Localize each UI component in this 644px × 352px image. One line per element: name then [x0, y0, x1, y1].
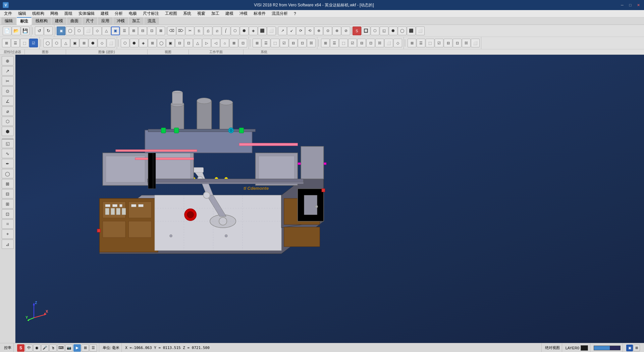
tb2-img-14[interactable]: ⊡	[238, 39, 247, 47]
tb1-btn-sys4[interactable]: ◱	[380, 27, 388, 35]
tb2-wp-1[interactable]: ⊞	[321, 39, 330, 47]
tb2-shape-8[interactable]: ⬜	[107, 39, 115, 47]
left-btn-oval[interactable]: ◯	[2, 169, 14, 178]
tb2-view-2[interactable]: ☰	[262, 39, 270, 47]
tb2-wp-5[interactable]: ⊟	[357, 39, 366, 47]
tb1-btn-23[interactable]: ⬛	[258, 27, 267, 35]
tb2-sys-4[interactable]: ☑	[435, 39, 443, 47]
tb2-img-1[interactable]: ⬡	[121, 39, 129, 47]
viewport-3d[interactable]: tI Cdemonte Z X Y	[15, 55, 644, 343]
tb2-shape-2[interactable]: ⬡	[52, 39, 61, 47]
tb2-shape-5[interactable]: ⊞	[79, 39, 88, 47]
tb1-btn-10[interactable]: ⊟	[138, 27, 147, 35]
tb1-btn-sys2[interactable]: 🔲	[362, 27, 370, 35]
tb1-btn-5[interactable]: ◇	[93, 27, 102, 35]
tab-wireframe[interactable]: 线框构	[32, 17, 51, 25]
left-btn-polygon[interactable]: ⬡	[2, 117, 14, 126]
menu-wireframe[interactable]: 线框构	[30, 10, 47, 17]
tb2-shape-4[interactable]: ▣	[70, 39, 79, 47]
tb1-btn-sys3[interactable]: ⬡	[371, 27, 379, 35]
tab-die[interactable]: 冲模	[113, 17, 128, 25]
status-icon-2[interactable]: 中	[25, 344, 33, 352]
tb1-btn-9[interactable]: ⊞	[129, 27, 138, 35]
tb2-wp-6[interactable]: ⊡	[366, 39, 375, 47]
tb2-view-7[interactable]: ☒	[307, 39, 316, 47]
tb1-btn-7[interactable]: ▣	[111, 27, 120, 35]
tb2-img-11[interactable]: ◁	[211, 39, 220, 47]
tb1-btn-24[interactable]: ⬜	[267, 27, 276, 35]
status-icon-s[interactable]: S	[17, 344, 24, 352]
tb2-view-6[interactable]: ⊡	[298, 39, 307, 47]
menu-surface[interactable]: 面组	[62, 10, 75, 17]
left-btn-angle[interactable]: ∠	[2, 96, 14, 106]
tb1-btn-21[interactable]: ⬢	[240, 27, 249, 35]
tab-flow[interactable]: 流流	[144, 17, 159, 25]
tb2-sys-8[interactable]: ⬜	[471, 39, 480, 47]
left-btn-measure[interactable]: ⌗	[2, 219, 14, 229]
menu-solid-edit[interactable]: 实体编辑	[76, 10, 97, 17]
tb1-btn-sys7[interactable]: ⬛	[407, 27, 416, 35]
tb1-btn-8[interactable]: ☰	[120, 27, 129, 35]
tb1-btn-4[interactable]: ⬜	[84, 27, 93, 35]
tb2-img-13[interactable]: ⊠	[229, 39, 238, 47]
left-btn-rect[interactable]: ◱	[2, 139, 14, 148]
tb2-img-3[interactable]: ◈	[139, 39, 148, 47]
left-btn-center[interactable]: ⌖	[2, 229, 14, 239]
status-icon-play[interactable]: ▶	[73, 344, 81, 352]
tb2-img-9[interactable]: △	[193, 39, 202, 47]
tb2-wp-9[interactable]: ◇	[393, 39, 402, 47]
tb2-view-5[interactable]: ⊟	[289, 39, 298, 47]
tb1-btn-1[interactable]: ▣	[57, 27, 65, 35]
tb1-btn-17[interactable]: ⎙	[204, 27, 212, 35]
tb2-layer-4[interactable]: ☑	[29, 39, 38, 47]
tab-annotation[interactable]: 标注	[17, 17, 32, 25]
btn-new[interactable]: 📄	[3, 27, 11, 35]
tb2-shape-6[interactable]: ⬢	[89, 39, 97, 47]
tb2-img-2[interactable]: ⬢	[130, 39, 139, 47]
left-btn-pen[interactable]: ✒	[2, 159, 14, 168]
btn-undo[interactable]: ↺	[35, 27, 44, 35]
tb2-view-1[interactable]: ⊞	[253, 39, 261, 47]
tb2-sys-1[interactable]: ⊞	[408, 39, 416, 47]
tb2-sys-6[interactable]: ⊡	[453, 39, 462, 47]
close-button[interactable]: ✕	[635, 2, 641, 8]
tb2-view-4[interactable]: ☑	[280, 39, 288, 47]
btn-open[interactable]: 📂	[12, 27, 20, 35]
tb1-btn-13[interactable]: ⌫	[167, 27, 176, 35]
left-btn-spline[interactable]: ∿	[2, 149, 14, 158]
menu-analysis[interactable]: 分析	[112, 10, 125, 17]
tb2-shape-1[interactable]: ◯	[43, 39, 52, 47]
tb2-wp-4[interactable]: ☑	[348, 39, 357, 47]
tb1-btn-28[interactable]: ⟲	[305, 27, 314, 35]
tab-surface[interactable]: 曲面	[67, 17, 82, 25]
tb1-btn-22[interactable]: ◈	[249, 27, 258, 35]
left-btn-cross[interactable]: ⊠	[2, 179, 14, 188]
tb2-img-7[interactable]: ⊟	[175, 39, 184, 47]
tab-modeling[interactable]: 建模	[52, 17, 66, 25]
menu-drawing[interactable]: 工程图	[162, 10, 180, 17]
tb2-img-5[interactable]: ◯	[157, 39, 166, 47]
tb1-btn-2[interactable]: ◯	[66, 27, 74, 35]
tb2-img-10[interactable]: ▷	[202, 39, 211, 47]
status-icon-mic[interactable]: 🎤	[41, 344, 49, 352]
tb1-btn-19[interactable]: ⎛	[222, 27, 230, 35]
status-icon-camera[interactable]: 📷	[65, 344, 73, 352]
status-icon-9[interactable]: ⊞	[82, 344, 89, 352]
restore-button[interactable]: □	[627, 2, 633, 8]
status-icon-kb[interactable]: ⌨	[57, 344, 65, 352]
menu-flow[interactable]: 流流分析	[269, 10, 290, 17]
menu-view[interactable]: 视窗	[195, 10, 208, 17]
tb1-btn-11[interactable]: ⊡	[147, 27, 156, 35]
tb1-btn-sys8[interactable]: ⬜	[416, 27, 425, 35]
tb2-sys-7[interactable]: ☒	[462, 39, 471, 47]
tb2-img-6[interactable]: ▣	[166, 39, 175, 47]
menu-model[interactable]: 建模	[98, 10, 111, 17]
tb1-btn-29[interactable]: ⊕	[314, 27, 323, 35]
menu-help[interactable]: ?	[291, 11, 299, 17]
btn-redo[interactable]: ↻	[44, 27, 53, 35]
tb2-img-8[interactable]: ⊡	[184, 39, 193, 47]
left-btn-circle[interactable]: ⌀	[2, 106, 14, 116]
status-icon-10[interactable]: ☰	[90, 344, 97, 352]
tb2-shape-7[interactable]: ◇	[98, 39, 106, 47]
tb2-sys-3[interactable]: ⬚	[426, 39, 434, 47]
